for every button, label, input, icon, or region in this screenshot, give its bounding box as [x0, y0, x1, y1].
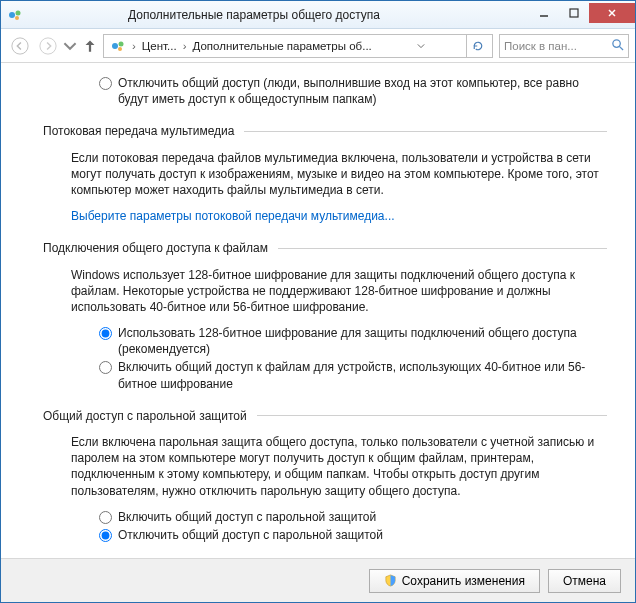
search-input[interactable]: Поиск в пан... — [499, 34, 629, 58]
close-button[interactable] — [589, 3, 635, 23]
window-buttons — [529, 7, 635, 23]
svg-point-11 — [118, 47, 122, 51]
svg-point-12 — [613, 40, 620, 47]
svg-point-7 — [12, 37, 28, 53]
up-button[interactable] — [79, 33, 101, 59]
divider — [278, 248, 607, 249]
section-encryption: Подключения общего доступа к файлам — [43, 240, 607, 256]
svg-line-13 — [619, 46, 623, 50]
svg-point-8 — [40, 37, 56, 53]
navbar: › Цент... › Дополнительные параметры об.… — [1, 29, 635, 63]
encryption-description: Windows использует 128-битное шифрование… — [43, 267, 607, 316]
maximize-button[interactable] — [559, 3, 589, 23]
radio-label: Использовать 128-битное шифрование для з… — [118, 325, 607, 357]
window-title: Дополнительные параметры общего доступа — [0, 8, 529, 22]
encryption-option-40-56[interactable]: Включить общий доступ к файлам для устро… — [43, 359, 607, 391]
radio-enc-128[interactable] — [99, 327, 112, 340]
password-option-off[interactable]: Отключить общий доступ с парольной защит… — [43, 527, 607, 543]
section-heading: Потоковая передача мультимедиа — [43, 123, 234, 139]
section-password: Общий доступ с парольной защитой — [43, 408, 607, 424]
chevron-icon[interactable]: › — [181, 40, 189, 52]
content-area[interactable]: Отключить общий доступ (люди, выполнивши… — [1, 63, 635, 558]
streaming-settings-link[interactable]: Выберите параметры потоковой передачи му… — [43, 208, 607, 224]
radio-pw-off[interactable] — [99, 529, 112, 542]
section-heading: Подключения общего доступа к файлам — [43, 240, 268, 256]
radio-label: Включить общий доступ с парольной защито… — [118, 509, 376, 525]
breadcrumb[interactable]: › Цент... › Дополнительные параметры об.… — [103, 34, 493, 58]
location-icon — [110, 38, 126, 54]
back-button[interactable] — [7, 33, 33, 59]
radio-public-disable[interactable] — [99, 77, 112, 90]
breadcrumb-seg-1[interactable]: Цент... — [138, 40, 181, 52]
radio-label: Отключить общий доступ с парольной защит… — [118, 527, 383, 543]
password-description: Если включена парольная защита общего до… — [43, 434, 607, 499]
minimize-button[interactable] — [529, 3, 559, 23]
radio-pw-on[interactable] — [99, 511, 112, 524]
titlebar: Дополнительные параметры общего доступа — [1, 1, 635, 29]
svg-point-9 — [112, 43, 118, 49]
refresh-button[interactable] — [466, 35, 490, 57]
cancel-button[interactable]: Отмена — [548, 569, 621, 593]
divider — [244, 131, 607, 132]
cancel-button-label: Отмена — [563, 574, 606, 588]
password-option-on[interactable]: Включить общий доступ с парольной защито… — [43, 509, 607, 525]
breadcrumb-dropdown[interactable] — [412, 42, 430, 50]
save-button-label: Сохранить изменения — [402, 574, 525, 588]
window: Дополнительные параметры общего доступа … — [0, 0, 636, 603]
shield-icon — [384, 574, 397, 587]
section-streaming: Потоковая передача мультимедиа — [43, 123, 607, 139]
breadcrumb-seg-2[interactable]: Дополнительные параметры об... — [189, 40, 376, 52]
chevron-icon[interactable]: › — [130, 40, 138, 52]
svg-point-10 — [119, 41, 124, 46]
section-heading: Общий доступ с парольной защитой — [43, 408, 247, 424]
recent-dropdown[interactable] — [63, 33, 77, 59]
encryption-option-128[interactable]: Использовать 128-битное шифрование для з… — [43, 325, 607, 357]
streaming-description: Если потоковая передача файлов мультимед… — [43, 150, 607, 199]
radio-label: Отключить общий доступ (люди, выполнивши… — [118, 75, 607, 107]
public-folder-option-disable[interactable]: Отключить общий доступ (люди, выполнивши… — [43, 75, 607, 107]
radio-label: Включить общий доступ к файлам для устро… — [118, 359, 607, 391]
search-placeholder: Поиск в пан... — [504, 40, 611, 52]
search-icon[interactable] — [611, 38, 624, 53]
footer: Сохранить изменения Отмена — [1, 558, 635, 602]
save-button[interactable]: Сохранить изменения — [369, 569, 540, 593]
forward-button[interactable] — [35, 33, 61, 59]
svg-rect-4 — [570, 9, 578, 17]
radio-enc-40[interactable] — [99, 361, 112, 374]
divider — [257, 415, 607, 416]
